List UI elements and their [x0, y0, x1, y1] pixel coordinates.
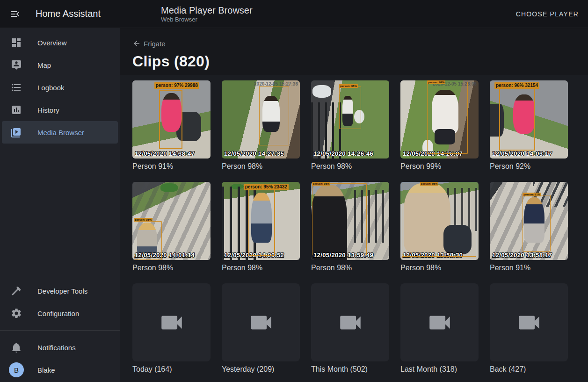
detection-label: person: 98%: [312, 182, 331, 186]
folder-card-today[interactable]: Today (164): [132, 283, 211, 374]
sidebar-item-media-browser[interactable]: Media Browser: [2, 121, 118, 144]
folder-thumbnail: [400, 283, 479, 361]
folder-label: This Month (502): [311, 365, 389, 374]
folder-label: Yesterday (209): [222, 365, 300, 374]
detection-bounding-box: [499, 88, 535, 151]
clip-thumbnail: person: 98% 12/05/2020 14:01:14: [132, 182, 211, 260]
sidebar-item-label: Media Browser: [37, 129, 84, 137]
sidebar-item-developer-tools[interactable]: Developer Tools: [2, 280, 118, 302]
sidebar-item-configuration[interactable]: Configuration: [2, 302, 118, 324]
detection-bounding-box: [427, 82, 468, 154]
breadcrumb-label: Frigate: [144, 40, 166, 48]
sidebar-footer: Developer Tools Configuration Notificati…: [0, 280, 120, 381]
folder-thumbnail: [222, 283, 300, 361]
timestamp-overlay: 12/05/2020 13:58:17: [492, 252, 552, 259]
menu-open-icon[interactable]: [9, 8, 21, 20]
clip-caption: Person 98%: [132, 264, 211, 272]
dashboard-icon: [11, 37, 22, 48]
clip-caption: Person 92%: [490, 162, 568, 171]
detection-label: person: 98%: [420, 182, 439, 186]
media-browser-content: Frigate Clips (820) person: 97% 29988 12…: [120, 28, 588, 382]
sidebar-item-overview[interactable]: Overview: [2, 31, 118, 54]
clip-thumbnail: person: 91% 12/05/2020 13:58:17: [490, 182, 568, 260]
clip-thumbnail: person: 98% 12/05/2020 13:59:49: [311, 182, 389, 260]
clip-caption: Person 98%: [222, 264, 300, 272]
media-browser-title: Media Player Browser: [161, 5, 253, 16]
clip-caption: Person 98%: [400, 264, 479, 272]
detection-label: person: 98%: [339, 84, 358, 88]
clip-card[interactable]: person: 98% 12/05/2020 13:58:30 Person 9…: [400, 182, 479, 272]
sidebar-item-label: Map: [37, 61, 51, 69]
media-browser-path-header: Frigate Clips (820): [120, 28, 588, 75]
folder-card-last-month[interactable]: Last Month (318): [400, 283, 479, 374]
hammer-icon: [11, 285, 22, 296]
timestamp-overlay: 12/05/2020 14:27:35: [224, 150, 284, 157]
bar-chart-icon: [11, 104, 22, 115]
clip-card[interactable]: person: 98% 12/05/2020 13:59:49 Person 9…: [311, 182, 389, 272]
timestamp-overlay: 12/05/2020 14:38:47: [134, 150, 195, 157]
folder-label: Back (427): [490, 365, 568, 374]
video-camera-icon: [337, 309, 364, 336]
detection-bounding-box: [312, 183, 367, 255]
clip-card[interactable]: person: 91% 12/05/2020 13:58:17 Person 9…: [490, 182, 568, 272]
breadcrumb[interactable]: Frigate: [132, 39, 166, 48]
clip-thumbnail: person: 98% 12/05/2020 13:58:30: [400, 182, 479, 260]
clip-card[interactable]: person: 95% 23432 12/05/2020 14:00:52 Pe…: [222, 182, 300, 272]
play-box-multiple-icon: [11, 127, 22, 138]
choose-player-button[interactable]: CHOOSE PLAYER: [507, 10, 588, 18]
bell-icon: [11, 342, 22, 353]
detection-bounding-box: [159, 90, 182, 149]
detection-bounding-box: [402, 183, 476, 257]
media-browser-header: Media Player Browser Web Browser CHOOSE …: [120, 0, 588, 28]
clip-thumbnail: 2020-12-05 15:26:06 person: 99% 12/05/20…: [400, 80, 479, 159]
video-camera-icon: [515, 309, 543, 336]
sidebar-item-label: Configuration: [37, 310, 79, 317]
clip-thumbnail: person: 95% 23432 12/05/2020 14:00:52: [222, 182, 300, 260]
clip-card[interactable]: 2020-12-05 15:27:36 12/05/2020 14:27:35 …: [222, 80, 300, 171]
clip-caption: Person 98%: [311, 162, 389, 171]
folder-card-this-month[interactable]: This Month (502): [311, 283, 389, 374]
folder-label: Today (164): [132, 365, 211, 374]
detection-bounding-box: [248, 189, 275, 256]
sidebar-header: Home Assistant: [0, 0, 120, 28]
page-title: Clips (820): [132, 53, 588, 70]
timestamp-overlay: 12/05/2020 14:26:46: [313, 150, 373, 157]
folder-card-back[interactable]: Back (427): [490, 283, 568, 374]
video-camera-icon: [158, 309, 185, 336]
folder-card-yesterday[interactable]: Yesterday (209): [222, 283, 300, 374]
clip-card[interactable]: person: 98% 12/05/2020 14:26:46 Person 9…: [311, 80, 389, 171]
clip-caption: Person 98%: [311, 264, 389, 272]
sidebar: Overview Map Logbook History Media Brows…: [0, 28, 120, 382]
sidebar-item-map[interactable]: Map: [2, 54, 118, 76]
media-browser-subtitle: Web Browser: [161, 16, 253, 23]
detection-label: person: 97% 29988: [154, 82, 199, 89]
media-grid: person: 97% 29988 12/05/2020 14:38:47 Pe…: [132, 80, 568, 374]
clip-thumbnail: person: 96% 32154 12/05/2020 14:03:17: [490, 80, 568, 159]
detection-label: person: 91%: [523, 193, 541, 196]
detection-bounding-box: [259, 86, 289, 145]
sidebar-item-label: History: [37, 106, 59, 114]
video-camera-icon: [426, 309, 453, 336]
detection-bounding-box: [339, 86, 361, 129]
sidebar-item-history[interactable]: History: [2, 99, 118, 121]
arrow-left-icon: [132, 39, 141, 48]
detection-bounding-box: [134, 221, 162, 260]
folder-thumbnail: [132, 283, 211, 361]
folder-label: Last Month (318): [400, 365, 479, 374]
sidebar-item-notifications[interactable]: Notifications: [2, 336, 118, 359]
clip-card[interactable]: person: 96% 32154 12/05/2020 14:03:17 Pe…: [490, 80, 568, 171]
clip-thumbnail: person: 97% 29988 12/05/2020 14:38:47: [132, 80, 211, 159]
clip-card[interactable]: 2020-12-05 15:26:06 person: 99% 12/05/20…: [400, 80, 479, 171]
sidebar-item-user[interactable]: B Blake: [2, 359, 118, 381]
detection-label: person: 96% 32154: [494, 82, 539, 89]
clip-card[interactable]: person: 98% 12/05/2020 14:01:14 Person 9…: [132, 182, 211, 272]
video-camera-icon: [247, 309, 275, 336]
clip-card[interactable]: person: 97% 29988 12/05/2020 14:38:47 Pe…: [132, 80, 211, 171]
sidebar-item-logbook[interactable]: Logbook: [2, 76, 118, 99]
bulleted-list-icon: [11, 82, 22, 93]
sidebar-item-label: Logbook: [37, 84, 65, 92]
sidebar-item-label: Notifications: [37, 344, 76, 352]
clip-caption: Person 91%: [132, 162, 211, 171]
detection-bounding-box: [523, 195, 551, 251]
app-window: Home Assistant Media Player Browser Web …: [0, 0, 588, 382]
